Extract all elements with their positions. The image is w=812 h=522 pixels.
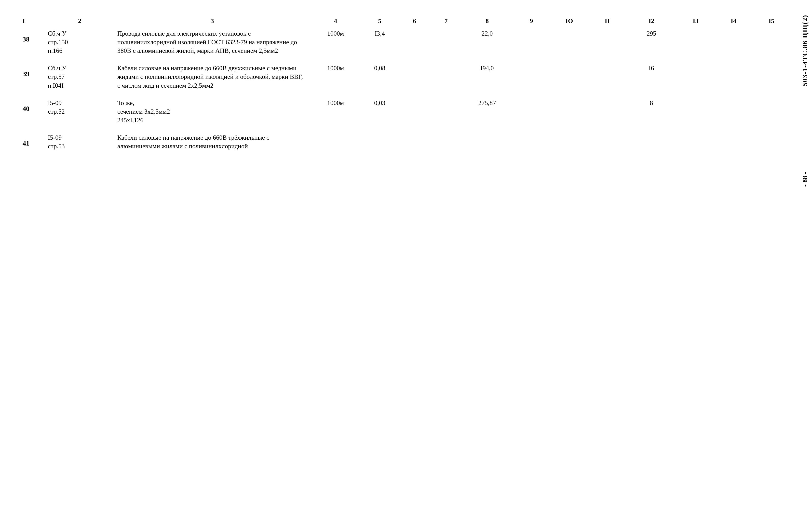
cell-r3-c4 [361,131,399,153]
cell-r1-c14 [752,62,790,92]
cell-r1-c3: 1000м [310,62,361,92]
table-row: 38Сб.ч.Устр.150п.166Провода силовые для … [20,27,790,57]
side-text-bottom: - 88 - [800,172,810,187]
cell-r3-c9 [550,131,588,153]
cell-r0-c3: 1000м [310,27,361,57]
cell-r2-c1: I5-09стр.52 [45,97,114,126]
table-header-row: I 2 3 4 5 6 7 8 9 IO II I2 I3 I4 I5 [20,15,790,27]
cell-r1-c12 [677,62,715,92]
header-col-2: 2 [45,15,114,27]
cell-r2-c4: 0,03 [361,97,399,126]
cell-r3-c5 [399,131,430,153]
cell-r3-c1: I5-09стр.53 [45,131,114,153]
cell-r0-c5 [399,27,430,57]
cell-r0-c7: 22,0 [462,27,513,57]
cell-r3-c3 [310,131,361,153]
header-col-12: I2 [626,15,677,27]
header-col-3: 3 [114,15,310,27]
cell-r0-c14 [752,27,790,57]
cell-r2-c12 [677,97,715,126]
cell-r2-c8 [512,97,550,126]
cell-r0-c8 [512,27,550,57]
cell-r0-c2: Провода силовые для электрических устано… [114,27,310,57]
header-col-7: 7 [430,15,462,27]
cell-r2-c2: То же,сечением 3х2,5мм2245хI,126 [114,97,310,126]
cell-r0-c13 [715,27,752,57]
header-col-11: II [588,15,626,27]
cell-r2-c10 [588,97,626,126]
cell-r2-c5 [399,97,430,126]
cell-r2-c7: 275,87 [462,97,513,126]
row-spacer [20,126,790,131]
cell-r1-c7: I94,0 [462,62,513,92]
cell-r2-c13 [715,97,752,126]
header-col-10: IO [550,15,588,27]
header-col-9: 9 [512,15,550,27]
header-col-6: 6 [399,15,430,27]
cell-r0-c9 [550,27,588,57]
cell-r0-c0: 38 [20,27,45,57]
cell-r1-c6 [430,62,462,92]
cell-r0-c10 [588,27,626,57]
cell-r2-c3: 1000м [310,97,361,126]
header-col-4: 4 [310,15,361,27]
table-row: 40I5-09стр.52То же,сечением 3х2,5мм2245х… [20,97,790,126]
table-row: 41I5-09стр.53Кабели силовые на напряжени… [20,131,790,153]
cell-r2-c11: 8 [626,97,677,126]
cell-r1-c2: Кабели силовые на напряжение до 660В дву… [114,62,310,92]
cell-r0-c4: I3,4 [361,27,399,57]
cell-r3-c14 [752,131,790,153]
cell-r3-c2: Кабели силовые на напряжение до 660В трё… [114,131,310,153]
side-text-top: 503-1-4TC.86 ЦЩ(2) [800,15,810,86]
page-container: 503-1-4TC.86 ЦЩ(2) - 88 - I 2 3 [0,0,812,522]
cell-r2-c9 [550,97,588,126]
cell-r1-c1: Сб.ч.Устр.57п.I04I [45,62,114,92]
cell-r1-c13 [715,62,752,92]
header-col-1: I [20,15,45,27]
cell-r3-c0: 41 [20,131,45,153]
cell-r2-c14 [752,97,790,126]
table-row: 39Сб.ч.Устр.57п.I04IКабели силовые на на… [20,62,790,92]
header-col-5: 5 [361,15,399,27]
cell-r1-c4: 0,08 [361,62,399,92]
cell-r3-c6 [430,131,462,153]
cell-r0-c6 [430,27,462,57]
row-spacer [20,92,790,97]
cell-r3-c12 [677,131,715,153]
cell-r2-c0: 40 [20,97,45,126]
header-col-14: I4 [715,15,752,27]
header-col-8: 8 [462,15,513,27]
cell-r1-c0: 39 [20,62,45,92]
cell-r2-c6 [430,97,462,126]
cell-r1-c5 [399,62,430,92]
header-col-15: I5 [752,15,790,27]
cell-r3-c10 [588,131,626,153]
cell-r1-c11: I6 [626,62,677,92]
cell-r0-c1: Сб.ч.Устр.150п.166 [45,27,114,57]
main-table: I 2 3 4 5 6 7 8 9 IO II I2 I3 I4 I5 38Сб… [20,15,790,153]
cell-r3-c11 [626,131,677,153]
cell-r3-c8 [512,131,550,153]
cell-r3-c13 [715,131,752,153]
header-col-13: I3 [677,15,715,27]
row-spacer [20,57,790,62]
cell-r1-c8 [512,62,550,92]
cell-r0-c12 [677,27,715,57]
cell-r3-c7 [462,131,513,153]
cell-r1-c9 [550,62,588,92]
cell-r0-c11: 295 [626,27,677,57]
cell-r1-c10 [588,62,626,92]
